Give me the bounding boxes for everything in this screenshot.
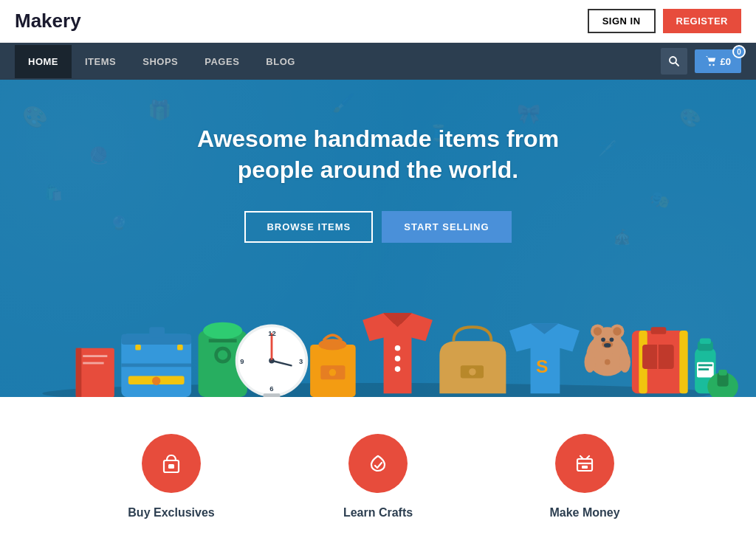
brand-name: Makery: [15, 10, 81, 32]
nav-links: HOME ITEMS SHOPS PAGES BLOG: [15, 45, 309, 78]
cart-icon: [705, 55, 717, 67]
feature-learn-crafts: Learn Crafts: [275, 434, 481, 519]
svg-rect-28: [135, 345, 141, 351]
learn-crafts-icon: [348, 434, 408, 493]
hero-headline-line2: people around the world.: [238, 156, 518, 183]
svg-rect-32: [209, 339, 237, 342]
svg-rect-84: [168, 464, 174, 469]
svg-rect-76: [700, 338, 711, 344]
svg-point-59: [594, 327, 602, 335]
main-nav: HOME ITEMS SHOPS PAGES BLOG £0 0: [0, 43, 756, 80]
svg-point-64: [604, 343, 611, 348]
svg-rect-44: [264, 393, 281, 397]
hero-headline-line1: Awesome handmade items from: [197, 125, 559, 152]
svg-rect-79: [698, 368, 709, 370]
svg-rect-29: [177, 345, 183, 351]
hero-section: 🎨 🧶 🎁 ✂️ 🖌️ 🧵 🎀 🪡 🎨 🛍️ 🎭 🔮 🎪 Awesome han…: [0, 80, 756, 397]
search-icon: [668, 55, 680, 67]
buy-exclusives-label: Buy Exclusives: [128, 506, 214, 519]
nav-item-blog[interactable]: BLOG: [252, 45, 309, 78]
svg-rect-24: [149, 327, 165, 337]
svg-text:🎀: 🎀: [517, 102, 541, 125]
svg-text:🎭: 🎭: [650, 190, 670, 210]
svg-rect-82: [718, 370, 726, 376]
feature-buy-exclusives: Buy Exclusives: [68, 434, 275, 519]
svg-point-62: [610, 337, 614, 342]
svg-rect-86: [582, 466, 588, 469]
svg-rect-21: [83, 362, 103, 365]
svg-text:9: 9: [240, 357, 244, 365]
svg-text:6: 6: [269, 384, 273, 393]
cart-badge: 0: [732, 45, 746, 58]
svg-rect-73: [650, 327, 666, 334]
svg-point-48: [329, 369, 336, 376]
make-money-label: Make Money: [549, 506, 619, 519]
svg-rect-20: [83, 355, 107, 357]
svg-text:S: S: [536, 356, 548, 376]
nav-item-shops[interactable]: SHOPS: [129, 45, 191, 78]
svg-line-1: [676, 63, 678, 66]
buy-exclusives-icon: [142, 434, 201, 493]
svg-text:🧶: 🧶: [89, 145, 109, 165]
hero-headline: Awesome handmade items from people aroun…: [197, 124, 559, 185]
cart-button[interactable]: £0 0: [695, 49, 741, 73]
items-illustration: 12 3 6 9: [0, 264, 756, 397]
svg-rect-70: [679, 331, 687, 393]
svg-point-61: [601, 337, 605, 342]
svg-point-67: [619, 351, 630, 372]
svg-text:🖌️: 🖌️: [332, 92, 354, 114]
search-button[interactable]: [661, 48, 687, 75]
hero-illustration: 12 3 6 9: [0, 264, 756, 397]
svg-point-34: [218, 351, 227, 360]
nav-item-pages[interactable]: PAGES: [191, 45, 252, 78]
top-header: Makery SIGN IN REGISTER: [0, 0, 756, 43]
svg-text:🪡: 🪡: [598, 139, 616, 157]
nav-item-home[interactable]: HOME: [15, 45, 72, 78]
svg-point-65: [605, 359, 611, 365]
svg-point-2: [709, 64, 710, 66]
svg-text:12: 12: [268, 329, 276, 337]
svg-text:🎁: 🎁: [148, 98, 172, 122]
svg-point-51: [395, 366, 401, 372]
svg-point-49: [395, 345, 401, 351]
svg-point-27: [152, 377, 160, 385]
signin-button[interactable]: SIGN IN: [588, 9, 656, 33]
svg-point-3: [712, 64, 714, 66]
svg-text:🎨: 🎨: [679, 107, 701, 128]
header-buttons: SIGN IN REGISTER: [588, 9, 741, 33]
feature-make-money: Make Money: [481, 434, 688, 519]
nav-item-items[interactable]: ITEMS: [72, 45, 129, 78]
make-money-icon: [555, 434, 614, 493]
hero-text: Awesome handmade items from people aroun…: [197, 124, 559, 185]
svg-text:🎨: 🎨: [22, 105, 48, 129]
svg-text:🔮: 🔮: [111, 215, 128, 231]
svg-point-53: [469, 368, 475, 375]
svg-rect-19: [76, 348, 82, 397]
svg-text:🎪: 🎪: [613, 228, 631, 246]
svg-point-31: [203, 322, 242, 339]
svg-point-50: [395, 356, 401, 362]
start-selling-button[interactable]: START SELLING: [382, 211, 511, 243]
svg-point-46: [318, 339, 346, 350]
hero-buttons: BROWSE ITEMS START SELLING: [244, 211, 511, 243]
svg-point-60: [613, 327, 621, 335]
svg-rect-25: [121, 364, 191, 367]
svg-text:3: 3: [299, 357, 303, 365]
svg-rect-78: [698, 364, 712, 366]
cart-label: £0: [721, 56, 731, 67]
register-button[interactable]: REGISTER: [663, 9, 741, 33]
learn-crafts-label: Learn Crafts: [343, 506, 413, 519]
browse-items-button[interactable]: BROWSE ITEMS: [244, 211, 373, 243]
svg-rect-85: [577, 459, 592, 471]
logo: Makery: [15, 10, 81, 32]
nav-right: £0 0: [661, 48, 741, 75]
svg-point-66: [584, 351, 595, 372]
features-section: Buy Exclusives Learn Crafts Make Money: [0, 397, 756, 542]
svg-text:🛍️: 🛍️: [44, 184, 63, 201]
